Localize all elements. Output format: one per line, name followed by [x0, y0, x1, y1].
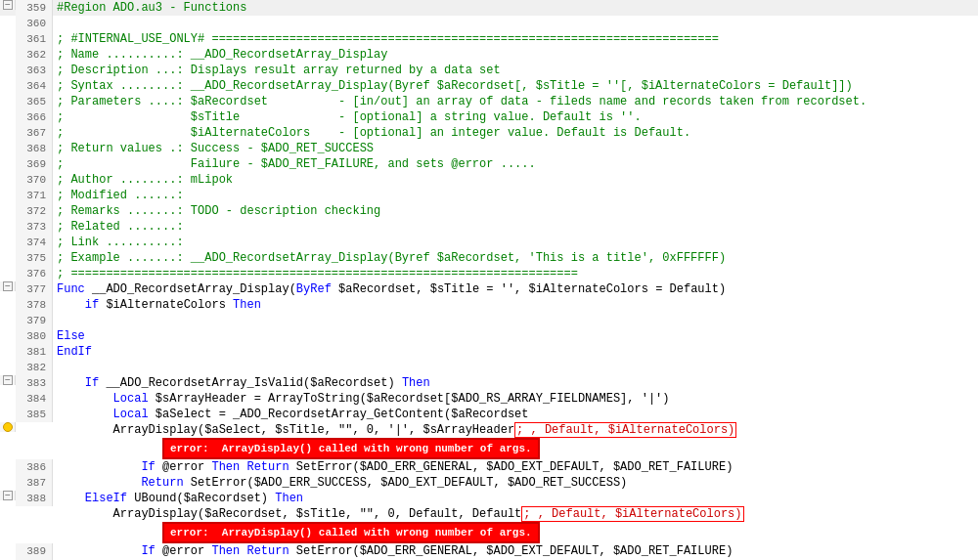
fold-minus-icon[interactable]: −	[3, 491, 13, 500]
line-number: 378	[16, 297, 53, 313]
line-number: 371	[16, 188, 53, 203]
line-content: Else	[53, 328, 978, 344]
table-row: −388 ElseIf UBound($aRecordset) Then	[0, 491, 978, 506]
line-number: 366	[16, 109, 53, 125]
table-row: 374; Link ..........:	[0, 235, 978, 250]
table-row: 367; $iAlternateColors - [optional] an i…	[0, 125, 978, 141]
gutter-icon[interactable]: −	[0, 375, 16, 385]
line-number: 364	[16, 78, 53, 94]
line-number: 382	[16, 360, 53, 375]
fold-minus-icon[interactable]: −	[3, 281, 13, 291]
table-row: 361; #INTERNAL_USE_ONLY# ===============…	[0, 31, 978, 47]
line-content: Local $sArrayHeader = ArrayToString($aRe…	[53, 391, 978, 407]
line-number: 360	[16, 16, 53, 31]
line-content: ; Parameters ....: $aRecordset - [in/out…	[53, 94, 978, 109]
error-badge: error: ArrayDisplay() called with wrong …	[162, 438, 540, 459]
table-row: 384 Local $sArrayHeader = ArrayToString(…	[0, 391, 978, 407]
line-number: 359	[16, 0, 53, 16]
line-content: ArrayDisplay($aSelect, $sTitle, "", 0, '…	[53, 422, 978, 438]
table-row: 389 If @error Then Return SetError($ADO_…	[0, 543, 978, 559]
line-number: 386	[16, 459, 53, 475]
line-content: ; Modified ......:	[53, 188, 978, 203]
line-content: ; ======================================…	[53, 266, 978, 281]
line-content: ; Return values .: Success - $ADO_RET_SU…	[53, 141, 978, 156]
table-row: 379	[0, 313, 978, 328]
error-message: error: ArrayDisplay() called with wrong …	[53, 438, 978, 459]
line-number: 363	[16, 63, 53, 78]
gutter-icon[interactable]: −	[0, 491, 16, 500]
line-content: Func __ADO_RecordsetArray_Display(ByRef …	[53, 281, 978, 297]
line-content: ; Remarks .......: TODO - description ch…	[53, 203, 978, 219]
line-content: ; Link ..........:	[53, 235, 978, 250]
line-number: 385	[16, 407, 53, 422]
line-content: if $iAlternateColors Then	[53, 297, 978, 313]
line-number: 387	[16, 475, 53, 491]
fold-minus-icon[interactable]: −	[3, 0, 13, 10]
table-row: ArrayDisplay($aSelect, $sTitle, "", 0, '…	[0, 422, 978, 438]
table-row: 364; Syntax ........: __ADO_RecordsetArr…	[0, 78, 978, 94]
line-content: Return SetError($ADO_ERR_SUCCESS, $ADO_E…	[53, 475, 978, 491]
table-row: 382	[0, 360, 978, 375]
table-row: 387 Return SetError($ADO_ERR_SUCCESS, $A…	[0, 475, 978, 491]
line-content: ; Author ........: mLipok	[53, 172, 978, 188]
gutter-icon[interactable]: −	[0, 281, 16, 291]
error-message: error: ArrayDisplay() called with wrong …	[53, 522, 978, 543]
line-content: If @error Then Return SetError($ADO_ERR_…	[53, 543, 978, 559]
line-number: 373	[16, 219, 53, 235]
line-number: 374	[16, 235, 53, 250]
table-row: 363; Description ...: Displays result ar…	[0, 63, 978, 78]
error-badge: error: ArrayDisplay() called with wrong …	[162, 522, 540, 543]
line-content: #Region ADO.au3 - Functions	[53, 0, 978, 16]
table-row: 370; Author ........: mLipok	[0, 172, 978, 188]
line-number: 383	[16, 375, 53, 391]
line-number: 365	[16, 94, 53, 109]
line-content: ; $sTitle - [optional] a string value. D…	[53, 109, 978, 125]
table-row: 373; Related .......:	[0, 219, 978, 235]
table-row: 372; Remarks .......: TODO - description…	[0, 203, 978, 219]
table-row: 378 if $iAlternateColors Then	[0, 297, 978, 313]
line-number: 384	[16, 391, 53, 407]
line-number: 372	[16, 203, 53, 219]
table-row: 366; $sTitle - [optional] a string value…	[0, 109, 978, 125]
line-content: ; #INTERNAL_USE_ONLY# ==================…	[53, 31, 978, 47]
table-row: 375; Example .......: __ADO_RecordsetArr…	[0, 250, 978, 266]
code-editor: −359#Region ADO.au3 - Functions360361; #…	[0, 0, 978, 560]
table-row: 360	[0, 16, 978, 31]
table-row: 381EndIf	[0, 344, 978, 360]
line-content: EndIf	[53, 344, 978, 360]
line-number: 367	[16, 125, 53, 141]
line-number: 377	[16, 281, 53, 297]
line-number: 380	[16, 328, 53, 344]
line-number: 388	[16, 491, 53, 506]
table-row: −377Func __ADO_RecordsetArray_Display(By…	[0, 281, 978, 297]
line-content: ; Failure - $ADO_RET_FAILURE, and sets @…	[53, 156, 978, 172]
line-number: 379	[16, 313, 53, 328]
table-row: 369; Failure - $ADO_RET_FAILURE, and set…	[0, 156, 978, 172]
line-number: 381	[16, 344, 53, 360]
table-row: 362; Name ..........: __ADO_RecordsetArr…	[0, 47, 978, 63]
table-row: 371; Modified ......:	[0, 188, 978, 203]
error-row: error: ArrayDisplay() called with wrong …	[0, 522, 978, 543]
line-number: 370	[16, 172, 53, 188]
line-number: 368	[16, 141, 53, 156]
line-content: ; Description ...: Displays result array…	[53, 63, 978, 78]
table-row: 365; Parameters ....: $aRecordset - [in/…	[0, 94, 978, 109]
line-number: 361	[16, 31, 53, 47]
fold-minus-icon[interactable]: −	[3, 375, 13, 385]
line-number: 375	[16, 250, 53, 266]
gutter-icon[interactable]: −	[0, 0, 16, 10]
line-number: 362	[16, 47, 53, 63]
line-content: ArrayDisplay($aRecordset, $sTitle, "", 0…	[53, 506, 978, 522]
line-number: 376	[16, 266, 53, 281]
line-content: ; Name ..........: __ADO_RecordsetArray_…	[53, 47, 978, 63]
line-content: ; Related .......:	[53, 219, 978, 235]
error-row: error: ArrayDisplay() called with wrong …	[0, 438, 978, 459]
line-number: 369	[16, 156, 53, 172]
table-row: 376; ===================================…	[0, 266, 978, 281]
line-number: 389	[16, 543, 53, 559]
table-row: 385 Local $aSelect = _ADO_RecordsetArray…	[0, 407, 978, 422]
line-content: If __ADO_RecordsetArray_IsValid($aRecord…	[53, 375, 978, 391]
line-content: ; $iAlternateColors - [optional] an inte…	[53, 125, 978, 141]
table-row: −359#Region ADO.au3 - Functions	[0, 0, 978, 16]
line-content: Local $aSelect = _ADO_RecordsetArray_Get…	[53, 407, 978, 422]
